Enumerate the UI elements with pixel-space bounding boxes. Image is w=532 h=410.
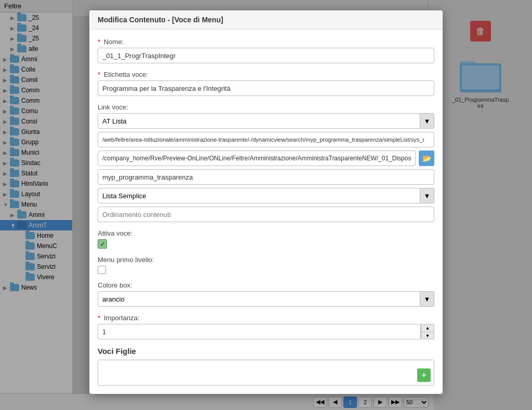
colore-select[interactable]: arancio blu verde rosso grigio — [98, 291, 434, 307]
link-group: Link voce: AT Lista AT Documento URL est… — [98, 103, 434, 222]
link-name-input[interactable] — [98, 169, 434, 185]
link-label: Link voce: — [98, 103, 434, 111]
colore-select-wrapper: arancio blu verde rosso grigio ▼ — [98, 291, 434, 307]
menu-primo-checkbox[interactable] — [98, 266, 106, 274]
add-voce-figlia-button[interactable]: + — [417, 368, 431, 382]
importanza-label: * Importanza: — [98, 314, 434, 322]
spinbox-buttons: ▲ ▼ — [421, 324, 434, 339]
voci-figlie-section: Voci Figlie + — [98, 347, 434, 386]
link-url-input[interactable] — [98, 132, 434, 147]
nome-label: * Nome: — [98, 38, 434, 46]
etichetta-group: * Etichetta voce: — [98, 71, 434, 96]
voci-figlie-title: Voci Figlie — [98, 347, 434, 356]
attiva-checkbox-wrapper — [98, 239, 434, 249]
display-type-wrapper: Lista Semplice Lista Dettagliata Griglia… — [98, 188, 434, 203]
nome-input[interactable] — [98, 48, 434, 63]
spinbox-down-button[interactable]: ▼ — [421, 332, 434, 339]
link-path-input[interactable] — [98, 151, 416, 166]
menu-primo-group: Menu primo livello: — [98, 256, 434, 274]
nome-group: * Nome: — [98, 38, 434, 63]
etichetta-input[interactable] — [98, 80, 434, 96]
modal-overlay: Modifica Contenuto - [Voce di Menu] * No… — [0, 0, 532, 410]
modal-body: * Nome: * Etichetta voce: Link voce: — [89, 30, 443, 394]
modal-title: Modifica Contenuto - [Voce di Menu] — [98, 16, 223, 24]
importanza-spinbox: ▲ ▼ — [98, 324, 434, 339]
modal-dialog: Modifica Contenuto - [Voce di Menu] * No… — [89, 10, 443, 394]
browse-button[interactable]: 📂 — [419, 151, 434, 166]
importanza-group: * Importanza: ▲ ▼ — [98, 314, 434, 339]
etichetta-required-star: * — [98, 71, 100, 78]
folder-open-icon: 📂 — [422, 154, 431, 162]
link-type-wrapper: AT Lista AT Documento URL esterno Pagina… — [98, 113, 434, 129]
attiva-label: Attiva voce: — [98, 229, 434, 237]
attiva-group: Attiva voce: — [98, 229, 434, 249]
modal-header: Modifica Contenuto - [Voce di Menu] — [89, 10, 443, 30]
nome-required-star: * — [98, 38, 100, 46]
voci-figlie-box: + — [98, 360, 434, 386]
importanza-required-star: * — [98, 314, 100, 322]
attiva-checkbox[interactable] — [98, 239, 107, 249]
ordinamento-input[interactable] — [98, 207, 434, 222]
colore-group: Colore box: arancio blu verde rosso grig… — [98, 281, 434, 307]
menu-primo-label: Menu primo livello: — [98, 256, 434, 264]
link-type-select[interactable]: AT Lista AT Documento URL esterno Pagina… — [98, 113, 434, 129]
spinbox-up-button[interactable]: ▲ — [421, 324, 434, 332]
importanza-input[interactable] — [98, 324, 421, 339]
display-type-select[interactable]: Lista Semplice Lista Dettagliata Griglia — [98, 188, 434, 203]
etichetta-label: * Etichetta voce: — [98, 71, 434, 78]
colore-label: Colore box: — [98, 281, 434, 289]
link-path-row: 📂 — [98, 151, 434, 166]
